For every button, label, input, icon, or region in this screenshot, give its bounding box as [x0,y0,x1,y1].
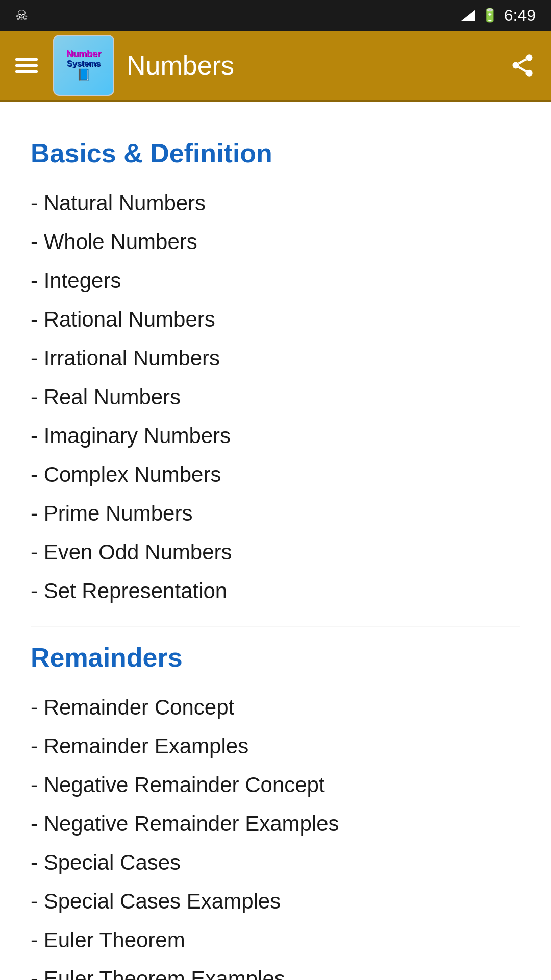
list-item[interactable]: Euler Theorem [31,921,520,960]
list-item[interactable]: Set Representation [31,572,520,610]
list-item[interactable]: Special Cases Examples [31,882,520,921]
list-item[interactable]: Natural Numbers [31,184,520,223]
svg-line-4 [519,59,527,64]
list-item[interactable]: Integers [31,261,520,300]
logo-title-line1: Number [66,49,101,59]
main-content: Basics & Definition Natural Numbers Whol… [0,102,551,980]
status-bar-right: 🔋 6:49 [461,6,536,25]
list-item[interactable]: Rational Numbers [31,300,520,339]
remainders-section-title: Remainders [31,642,520,673]
svg-point-1 [513,62,519,69]
status-bar: ☠ 🔋 6:49 [0,0,551,31]
app-bar: Number Systems 📘 Numbers [0,31,551,102]
basics-section-title: Basics & Definition [31,138,520,168]
section-divider-1 [31,626,520,627]
list-item[interactable]: Remainder Examples [31,727,520,766]
logo-title-line2: Systems [66,59,101,68]
list-item[interactable]: Irrational Numbers [31,339,520,378]
status-bar-left: ☠ [15,7,28,24]
app-title: Numbers [127,50,509,81]
basics-list: Natural Numbers Whole Numbers Integers R… [31,184,520,610]
signal-icon [461,10,475,21]
list-item[interactable]: Special Cases [31,843,520,882]
svg-line-3 [519,67,527,71]
share-button[interactable] [509,52,536,79]
share-icon [509,52,536,79]
list-item[interactable]: Even Odd Numbers [31,533,520,572]
hamburger-line-3 [15,70,38,73]
list-item[interactable]: Euler Theorem Examples [31,960,520,980]
hamburger-line-2 [15,64,38,67]
app-logo: Number Systems 📘 [53,35,114,96]
list-item[interactable]: Real Numbers [31,378,520,416]
android-icon: ☠ [15,7,28,24]
battery-icon: 🔋 [482,8,498,23]
hamburger-line-1 [15,58,38,61]
logo-inner: Number Systems 📘 [66,49,101,81]
svg-point-0 [526,54,533,61]
list-item[interactable]: Whole Numbers [31,223,520,261]
svg-point-2 [526,70,533,77]
list-item[interactable]: Remainder Concept [31,688,520,727]
list-item[interactable]: Negative Remainder Examples [31,804,520,843]
remainders-list: Remainder Concept Remainder Examples Neg… [31,688,520,980]
status-time: 6:49 [504,6,536,25]
remainders-section: Remainders Remainder Concept Remainder E… [31,627,520,980]
logo-icon: 📘 [66,68,101,82]
list-item[interactable]: Imaginary Numbers [31,416,520,455]
list-item[interactable]: Negative Remainder Concept [31,766,520,804]
hamburger-menu-button[interactable] [15,58,38,73]
basics-section: Basics & Definition Natural Numbers Whol… [31,122,520,626]
list-item[interactable]: Prime Numbers [31,494,520,533]
list-item[interactable]: Complex Numbers [31,455,520,494]
